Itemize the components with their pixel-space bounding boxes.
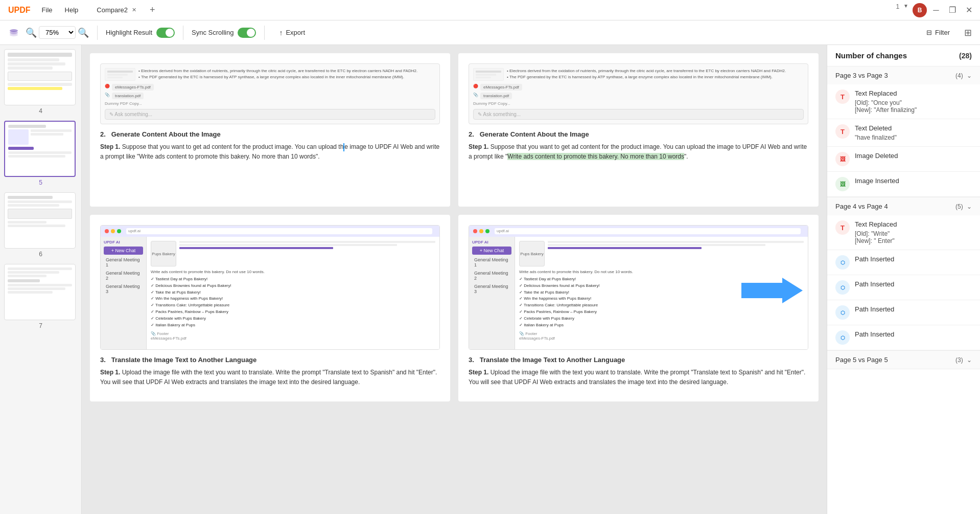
text-replaced-label: Text Replaced (855, 90, 972, 97)
right-chat-input: ✎ Ask something... (473, 109, 804, 120)
right-panel-1: • Electrons derived from the oxidation o… (458, 53, 819, 207)
highlight-result-toggle[interactable] (156, 28, 175, 38)
tab-compare2[interactable]: Compare2 ✕ (89, 3, 144, 17)
text-replaced-p4-label: Text Replaced (855, 220, 972, 228)
changes-total-count: (28) (959, 52, 972, 60)
thumbnail-5-image (4, 121, 76, 177)
right-step-1: Step 1. Suppose that you want to get ad … (469, 142, 808, 162)
left-step-2: Step 1. Upload the image file with the t… (100, 368, 440, 387)
maximize-button[interactable]: ❐ (945, 3, 960, 17)
user-avatar: B (913, 3, 927, 17)
path-inserted-4-label: Path Inserted (855, 330, 972, 338)
page-section-5-header[interactable]: Page 5 vs Page 5 (3) ⌄ (827, 351, 980, 369)
text-replaced-content: Text Replaced [Old]: "Once you"[New]: "A… (855, 90, 972, 114)
thumbnail-4[interactable]: 4 (4, 49, 77, 115)
layers-icon[interactable] (8, 27, 19, 38)
sync-scrolling-group: Sync Scrolling (192, 28, 256, 38)
change-item-image-deleted[interactable]: 🖼 Image Deleted (827, 147, 980, 172)
chevron-down-icon-5: ⌄ (967, 356, 972, 364)
export-icon: ↑ (279, 29, 283, 37)
compare-row-1: • Electrons derived from the oxidation o… (90, 53, 819, 207)
left-app-body: UPDF AI + New Chat General Meeting 1 Gen… (101, 237, 439, 349)
thumbnail-7[interactable]: 7 (4, 264, 77, 329)
left-doc-screenshot: • Electrons derived from the oxidation o… (100, 63, 440, 124)
thumbnail-5[interactable]: 5 (4, 121, 77, 186)
chevron-down-icon-3: ⌄ (967, 72, 972, 79)
divider-2 (183, 26, 183, 40)
highlight-result-group: Highlight Result (106, 28, 175, 38)
sync-scrolling-toggle[interactable] (238, 28, 256, 38)
change-item-path-inserted-4[interactable]: ⬡ Path Inserted (827, 325, 980, 350)
filter-button[interactable]: ⊟ Filter (920, 26, 956, 39)
change-item-path-inserted-2[interactable]: ⬡ Path Inserted (827, 275, 980, 300)
text-replaced-p4-detail: [Old]: "Write"[New]: " Enter" (855, 230, 972, 244)
zoom-select[interactable]: 75% 50% 100% 125% (39, 26, 76, 39)
svg-marker-3 (741, 278, 803, 303)
change-item-path-inserted-3[interactable]: ⬡ Path Inserted (827, 300, 980, 325)
path-inserted-3-label: Path Inserted (855, 305, 972, 313)
change-item-text-deleted[interactable]: T Text Deleted "have finalized" (827, 119, 980, 147)
change-item-path-inserted-1[interactable]: ⬡ Path Inserted (827, 250, 980, 275)
grid-view-icon[interactable]: ⊞ (964, 27, 972, 38)
right-app-header: updf.ai (469, 226, 808, 237)
right-heading-2: 3. Translate the Image Text to Another L… (469, 356, 808, 364)
app-logo: UPDF (4, 6, 35, 15)
left-heading-1: 2. Generate Content About the Image (100, 130, 440, 138)
left-app-header: updf.ai (101, 226, 439, 237)
right-heading-1: 2. Generate Content About the Image (469, 130, 808, 138)
image-deleted-label: Image Deleted (855, 152, 972, 160)
left-app-screenshot: updf.ai UPDF AI + New Chat General Meeti… (100, 225, 440, 350)
thumbnail-6[interactable]: 6 (4, 192, 77, 258)
filter-icon: ⊟ (926, 29, 932, 36)
path-inserted-1-icon: ⬡ (835, 255, 850, 270)
tab-close-icon[interactable]: ✕ (132, 7, 136, 13)
minimize-button[interactable]: ─ (929, 3, 943, 17)
export-button[interactable]: ↑ Export (273, 26, 311, 40)
right-sidebar-item2: General Meeting 2 (472, 270, 511, 282)
zoom-control: 🔍 75% 50% 100% 125% 🔍 (26, 26, 89, 39)
left-sidebar-item3: General Meeting 3 (104, 283, 143, 295)
page-section-4-header[interactable]: Page 4 vs Page 4 (5) ⌄ (827, 197, 980, 215)
left-heading-2: 3. Translate the Image Text to Another L… (100, 356, 440, 364)
left-sidebar-item2: General Meeting 2 (104, 270, 143, 282)
left-app-sidebar: UPDF AI + New Chat General Meeting 1 Gen… (101, 237, 147, 349)
left-sidebar-new-chat: + New Chat (104, 247, 143, 255)
page-section-3-header[interactable]: Page 3 vs Page 3 (4) ⌄ (827, 66, 980, 84)
right-step-2: Step 1. Upload the image file with the t… (469, 368, 808, 387)
thumbnail-panel: 4 5 (0, 45, 82, 514)
left-panel-2: updf.ai UPDF AI + New Chat General Meeti… (90, 215, 450, 401)
tab-add-button[interactable]: + (146, 3, 159, 17)
path-inserted-3-content: Path Inserted (855, 305, 972, 315)
zoom-in-button[interactable]: 🔍 (78, 27, 89, 38)
main-layout: 4 5 (0, 45, 980, 514)
left-step-1: Step 1. Suppose that you want to get ad … (100, 142, 440, 162)
thumbnail-4-image (4, 49, 76, 105)
path-inserted-4-icon: ⬡ (835, 330, 850, 345)
text-deleted-content: Text Deleted "have finalized" (855, 124, 972, 141)
page-section-3-count: (4) ⌄ (955, 72, 972, 79)
menu-help[interactable]: Help (60, 4, 84, 16)
page-section-4: Page 4 vs Page 4 (5) ⌄ T Text Replaced [… (827, 197, 980, 351)
path-inserted-3-icon: ⬡ (835, 305, 850, 320)
left-app-main: Pups Bakery Write ads content to promote… (147, 237, 439, 349)
change-item-image-inserted[interactable]: 🖼 Image Inserted (827, 172, 980, 197)
right-app-main: Pups Bakery Write ads content to promote… (515, 237, 808, 349)
zoom-out-button[interactable]: 🔍 (26, 27, 37, 38)
close-button[interactable]: ✕ (962, 3, 976, 17)
content-area: • Electrons derived from the oxidation o… (82, 45, 827, 514)
change-item-text-replaced[interactable]: T Text Replaced [Old]: "Once you"[New]: … (827, 84, 980, 119)
thumbnail-6-image (4, 192, 76, 249)
chevron-down-icon-4: ⌄ (967, 203, 972, 210)
thumbnail-7-num: 7 (4, 322, 77, 329)
highlight-result-label: Highlight Result (106, 29, 152, 36)
tab-label: Compare2 (97, 6, 128, 14)
path-inserted-2-content: Path Inserted (855, 280, 972, 290)
path-inserted-1-label: Path Inserted (855, 255, 972, 263)
change-item-text-replaced-p4[interactable]: T Text Replaced [Old]: "Write"[New]: " E… (827, 215, 980, 250)
menu-file[interactable]: File (37, 4, 58, 16)
page-indicator: 1 (896, 3, 899, 17)
compare-row-2: updf.ai UPDF AI + New Chat General Meeti… (90, 215, 819, 401)
page-section-4-title: Page 4 vs Page 4 (835, 203, 888, 210)
right-sidebar-item1: General Meeting 1 (472, 256, 511, 269)
text-replaced-p4-icon: T (835, 220, 850, 235)
